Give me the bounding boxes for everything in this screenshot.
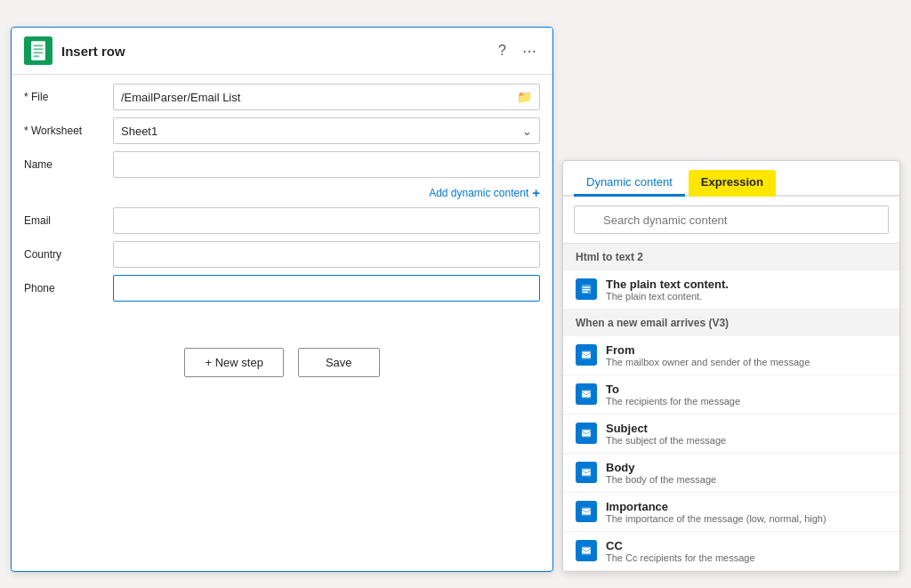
worksheet-row: * Worksheet Sheet1 ⌄ [24,117,540,144]
item-icon-to [576,383,597,405]
name-input[interactable] [113,151,540,178]
list-item[interactable]: To The recipients for the message [563,375,899,415]
item-text-cc: CC The Cc recipients for the message [606,539,755,563]
svg-rect-1 [31,41,45,60]
search-box-wrapper: 🔍 [563,197,899,244]
list-item[interactable]: The plain text content. The plain text c… [563,270,899,310]
svg-rect-4 [34,52,44,53]
item-icon-subject [576,423,597,444]
email-input[interactable] [113,207,540,234]
phone-label: Phone [24,282,104,294]
name-row: Name [24,151,540,178]
add-dynamic-label: Add dynamic content [429,187,528,199]
svg-rect-2 [34,44,44,46]
help-button[interactable]: ? [495,41,510,60]
add-dynamic-button[interactable]: Add dynamic content + [429,185,540,200]
file-input-wrapper[interactable]: /EmailParser/Email List 📁 [113,84,540,110]
more-options-button[interactable]: ⋯ [519,41,540,61]
search-input[interactable] [574,205,889,234]
section-html-to-text: Html to text 2 [563,244,899,270]
name-label: Name [24,158,104,171]
dynamic-content-row: Add dynamic content + [24,185,540,200]
item-icon-plain-text [576,278,597,300]
item-icon-cc [576,540,597,561]
item-text-importance: Importance The importance of the message… [606,500,826,524]
card-header-actions: ? ⋯ [495,41,540,61]
tab-expression[interactable]: Expression [689,170,776,197]
save-button[interactable]: Save [298,348,380,377]
svg-rect-9 [583,292,588,293]
tab-dynamic-content[interactable]: Dynamic content [574,170,685,197]
item-text-subject: Subject The subject of the message [606,422,726,446]
list-item[interactable]: Body The body of the message [563,454,899,493]
phone-row: Phone [24,275,540,302]
list-item[interactable]: Subject The subject of the message [563,415,899,454]
new-step-button[interactable]: + New step [184,348,283,377]
email-label: Email [24,214,104,227]
country-label: Country [24,248,104,261]
country-row: Country [24,241,540,268]
file-browse-icon[interactable]: 📁 [517,90,532,104]
svg-rect-8 [583,289,591,290]
card-title: Insert row [61,44,486,59]
svg-rect-5 [34,55,40,57]
item-text-from: From The mailbox owner and sender of the… [606,343,810,367]
add-icon: + [532,185,540,200]
sheets-icon [24,36,52,65]
item-icon-from [576,344,597,366]
email-row: Email [24,207,540,234]
item-text-to: To The recipients for the message [606,383,740,407]
item-icon-importance [576,501,597,522]
card-body: * File /EmailParser/Email List 📁 * Works… [12,75,552,321]
phone-input[interactable] [113,275,540,302]
svg-rect-7 [583,286,591,287]
file-label: * File [24,91,104,103]
chevron-down-icon: ⌄ [522,125,532,138]
file-value: /EmailParser/Email List [121,91,517,104]
worksheet-label: * Worksheet [24,125,104,137]
file-row: * File /EmailParser/Email List 📁 [24,84,540,110]
dynamic-content-panel: Dynamic content Expression 🔍 Html to tex… [562,160,900,572]
list-item[interactable]: CC The Cc recipients for the message [563,532,899,571]
panel-tabs: Dynamic content Expression [563,161,899,197]
item-icon-body [576,462,597,483]
panel-content: Html to text 2 The plain text content. T… [563,244,899,571]
worksheet-value: Sheet1 [121,125,522,138]
worksheet-dropdown[interactable]: Sheet1 ⌄ [113,117,540,144]
list-item[interactable]: Importance The importance of the message… [563,493,899,532]
section-new-email: When a new email arrives (V3) [563,310,899,336]
card-footer: + New step Save [12,321,552,395]
svg-rect-3 [34,48,44,50]
country-input[interactable] [113,241,540,268]
list-item[interactable]: From The mailbox owner and sender of the… [563,336,899,375]
page-wrapper: Insert row ? ⋯ * File /EmailParser/Email… [11,27,900,572]
insert-row-card: Insert row ? ⋯ * File /EmailParser/Email… [11,27,553,572]
card-header: Insert row ? ⋯ [12,28,552,75]
item-text-body: Body The body of the message [606,461,716,485]
item-text-plain-text: The plain text content. The plain text c… [606,278,729,302]
